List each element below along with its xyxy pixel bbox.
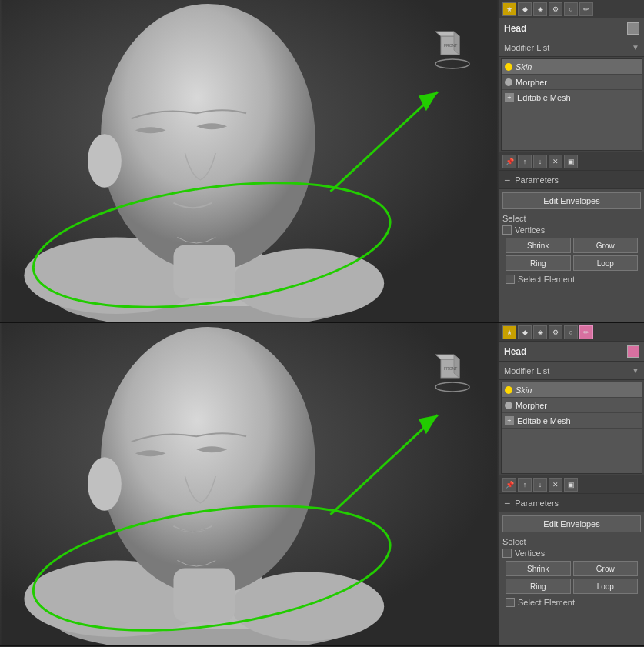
move-up-icon-bottom[interactable]: ↑: [518, 478, 532, 492]
modifier-editable-mesh-top[interactable]: + Editable Mesh: [502, 90, 642, 105]
modifier-dot-morpher-bottom: [505, 402, 512, 409]
bottom-panel: FRONT ★ ◆ ◈ ⚙ ○ ✏ Head Modifier List: [0, 323, 644, 646]
vertices-label-top: Vertices: [515, 225, 545, 235]
modifier-name-morpher-bottom: Morpher: [516, 401, 547, 410]
modifier-dropdown-arrow-bottom: ▼: [632, 366, 639, 375]
delete-icon-top[interactable]: ✕: [549, 155, 562, 168]
viewport-top[interactable]: FRONT: [0, 0, 499, 322]
viewport-bg-bottom: [0, 323, 499, 645]
move-down-icon-top[interactable]: ↓: [533, 155, 547, 168]
star-icon-top[interactable]: ★: [502, 2, 516, 16]
parameters-header-bottom: − Parameters: [499, 494, 644, 512]
ring-loop-row-bottom: Ring Loop: [502, 579, 641, 594]
right-panel-bottom: ★ ◆ ◈ ⚙ ○ ✏ Head Modifier List ▼: [499, 323, 644, 645]
svg-text:FRONT: FRONT: [444, 366, 457, 371]
loop-btn-top[interactable]: Loop: [573, 255, 639, 271]
modifier-name-skin-top: Skin: [516, 62, 532, 72]
params-collapse-top[interactable]: −: [504, 174, 510, 186]
edit-envelopes-btn-top[interactable]: Edit Envelopes: [502, 192, 641, 209]
motion-icon-bottom[interactable]: ⚙: [549, 325, 562, 339]
ring-btn-bottom[interactable]: Ring: [506, 579, 571, 594]
select-element-label-top: Select Element: [518, 275, 575, 284]
ring-loop-row-top: Ring Loop: [502, 255, 641, 271]
loop-btn-bottom[interactable]: Loop: [573, 579, 639, 594]
delete-icon-bottom[interactable]: ✕: [549, 478, 562, 492]
select-element-checkbox-top[interactable]: [506, 275, 515, 284]
modifier-dot-skin-top: [505, 63, 512, 71]
vertices-checkbox-top[interactable]: [502, 225, 512, 235]
params-collapse-bottom[interactable]: −: [504, 497, 510, 509]
grow-btn-top[interactable]: Grow: [573, 238, 639, 253]
select-section-bottom: Select Vertices Shrink Grow Ring Loop: [499, 534, 644, 612]
ring-btn-top[interactable]: Ring: [506, 255, 571, 271]
shrink-btn-bottom[interactable]: Shrink: [506, 561, 571, 576]
move-down-icon-bottom[interactable]: ↓: [533, 478, 547, 492]
display-icon-bottom[interactable]: ○: [564, 325, 578, 339]
modifier-name-editable-mesh-bottom: Editable Mesh: [517, 416, 571, 425]
star-icon-bottom[interactable]: ★: [502, 325, 516, 339]
modifier-plus-bottom: +: [505, 416, 514, 425]
parameters-header-top: − Parameters: [499, 171, 644, 189]
select-element-label-bottom: Select Element: [518, 598, 575, 607]
modifier-dot-morpher-top: [505, 78, 512, 86]
modifier-skin-bottom[interactable]: Skin: [502, 382, 642, 398]
select-section-top: Select Vertices Shrink Grow Ring Loop: [499, 211, 644, 288]
modifier-name-skin-bottom: Skin: [516, 385, 532, 395]
select-label-bottom: Select: [502, 537, 641, 546]
color-swatch-top[interactable]: [627, 22, 639, 35]
viewport-bg-top: [0, 0, 499, 322]
modifier-plus-top: +: [505, 93, 514, 102]
pin-icon-bottom[interactable]: 📌: [502, 478, 516, 492]
viewport-bottom[interactable]: FRONT: [0, 323, 499, 645]
toolbar-row-top: ★ ◆ ◈ ⚙ ○ ✏: [499, 0, 644, 18]
select-element-checkbox-bottom[interactable]: [506, 598, 515, 607]
modifier-morpher-top[interactable]: Morpher: [502, 75, 642, 90]
svg-text:FRONT: FRONT: [444, 43, 457, 48]
hierarchy-icon-bottom[interactable]: ◈: [533, 325, 547, 339]
utilities-icon-top[interactable]: ✏: [579, 2, 593, 16]
modifier-name-morpher-top: Morpher: [516, 78, 547, 87]
object-name-row-bottom: Head: [499, 342, 644, 362]
modifier-icon-bottom[interactable]: ◆: [518, 325, 532, 339]
modifier-dot-skin-bottom: [505, 386, 512, 394]
right-panel-top: ★ ◆ ◈ ⚙ ○ ✏ Head Modifier List ▼: [499, 0, 644, 322]
modifier-icons-row-bottom: 📌 ↑ ↓ ✕ ▣: [499, 475, 644, 494]
parameters-section-top: − Parameters Edit Envelopes Select Verti…: [499, 171, 644, 322]
modifier-stack-top: Skin Morpher + Editable Mesh: [501, 58, 642, 151]
nav-cube-top[interactable]: FRONT: [429, 27, 475, 73]
move-up-icon-top[interactable]: ↑: [518, 155, 532, 168]
modifier-list-label-top: Modifier List: [504, 43, 632, 52]
edit-envelopes-btn-bottom[interactable]: Edit Envelopes: [502, 515, 641, 532]
pin-icon-top[interactable]: 📌: [502, 155, 516, 168]
vertices-label-bottom: Vertices: [515, 549, 545, 558]
configure-icon-top[interactable]: ▣: [564, 155, 578, 168]
modifier-skin-top[interactable]: Skin: [502, 59, 642, 75]
hierarchy-icon-top[interactable]: ◈: [533, 2, 547, 16]
shrink-btn-top[interactable]: Shrink: [506, 238, 571, 253]
utilities-icon-bottom[interactable]: ✏: [579, 325, 593, 339]
modifier-morpher-bottom[interactable]: Morpher: [502, 398, 642, 413]
vertices-checkbox-bottom[interactable]: [502, 549, 512, 558]
main-layout: FRONT ★ ◆ ◈ ⚙ ○ ✏ Head Modifier List: [0, 0, 644, 647]
modifier-editable-mesh-bottom[interactable]: + Editable Mesh: [502, 413, 642, 429]
object-name-bottom: Head: [504, 346, 624, 357]
display-icon-top[interactable]: ○: [564, 2, 578, 16]
top-panel: FRONT ★ ◆ ◈ ⚙ ○ ✏ Head Modifier List: [0, 0, 644, 323]
grow-btn-bottom[interactable]: Grow: [573, 561, 639, 576]
shrink-grow-row-bottom: Shrink Grow: [502, 561, 641, 576]
modifier-list-header-bottom[interactable]: Modifier List ▼: [499, 362, 644, 380]
configure-icon-bottom[interactable]: ▣: [564, 478, 578, 492]
modifier-list-label-bottom: Modifier List: [504, 366, 632, 375]
svg-point-11: [435, 59, 469, 68]
modifier-dropdown-arrow-top: ▼: [632, 43, 639, 52]
motion-icon-top[interactable]: ⚙: [549, 2, 562, 16]
color-swatch-bottom[interactable]: [627, 345, 639, 358]
select-element-row-bottom: Select Element: [502, 596, 641, 609]
modifier-icon-top[interactable]: ◆: [518, 2, 532, 16]
nav-cube-bottom[interactable]: FRONT: [429, 350, 475, 396]
toolbar-row-bottom: ★ ◆ ◈ ⚙ ○ ✏: [499, 323, 644, 342]
vertices-row-bottom: Vertices: [502, 549, 641, 558]
modifier-list-header-top[interactable]: Modifier List ▼: [499, 38, 644, 57]
select-label-top: Select: [502, 214, 641, 223]
object-name-top: Head: [504, 23, 624, 34]
